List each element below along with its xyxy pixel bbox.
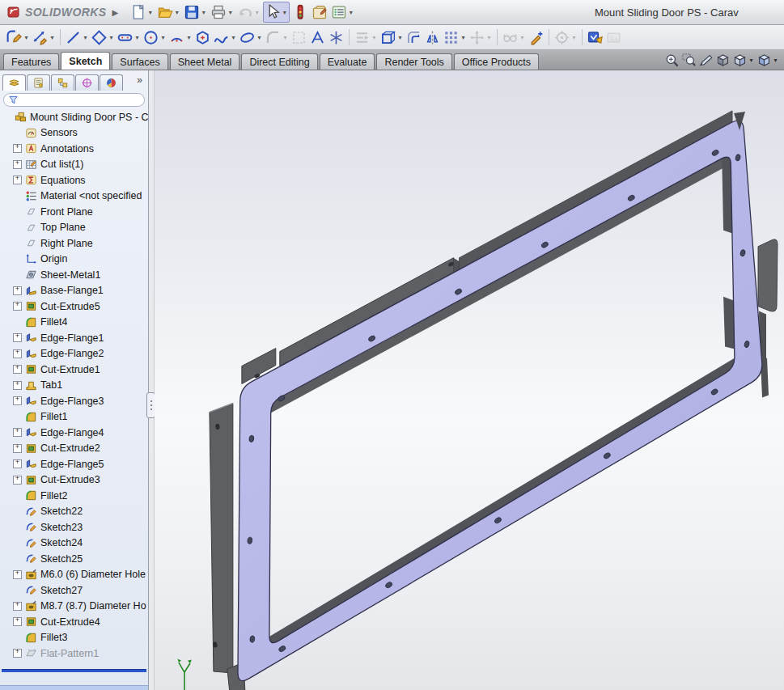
tree-item-fillet3[interactable]: Fillet3 bbox=[0, 630, 148, 646]
expand-toggle[interactable]: + bbox=[13, 365, 22, 374]
tree-item-cut-extrude1[interactable]: + Cut-Extrude1 bbox=[0, 362, 148, 378]
model-right-tab[interactable] bbox=[758, 239, 778, 311]
expand-toggle[interactable]: + bbox=[13, 160, 22, 169]
tool-polygon[interactable] bbox=[193, 28, 212, 47]
dropdown-arrow-icon[interactable]: ▾ bbox=[371, 34, 378, 41]
view-button-zoom-to-fit[interactable] bbox=[664, 53, 680, 68]
tool-quick-snaps[interactable]: ▾ bbox=[553, 28, 578, 47]
expand-toggle[interactable]: + bbox=[13, 649, 22, 658]
panel-tab-dimxpertmanager[interactable] bbox=[75, 74, 99, 91]
dropdown-arrow-icon[interactable]: ▾ bbox=[253, 9, 261, 16]
tool-centerpoint-arc[interactable]: ▾ bbox=[167, 28, 193, 47]
tool-trim-marquee[interactable] bbox=[290, 28, 308, 47]
tree-item-sensors[interactable]: Sensors bbox=[0, 125, 148, 142]
titlebar-button-print[interactable]: ▾ bbox=[210, 2, 235, 22]
panel-tab-configurationmanager[interactable] bbox=[51, 74, 74, 91]
tool-line[interactable]: ▾ bbox=[64, 28, 90, 47]
tree-item-edge-flange3[interactable]: + Edge-Flange3 bbox=[0, 393, 148, 409]
tool-move-entities[interactable]: ▾ bbox=[468, 28, 494, 47]
tree-item-front-plane[interactable]: Front Plane bbox=[0, 204, 148, 220]
dropdown-arrow-icon[interactable]: ▾ bbox=[159, 34, 167, 41]
titlebar-button-new-document[interactable]: ▾ bbox=[129, 2, 155, 22]
tool-ellipse[interactable]: ▾ bbox=[238, 28, 264, 47]
expand-toggle[interactable]: + bbox=[13, 381, 22, 390]
dropdown-arrow-icon[interactable]: ▾ bbox=[82, 34, 89, 41]
expand-toggle[interactable]: + bbox=[13, 570, 22, 579]
expand-toggle[interactable]: + bbox=[13, 286, 22, 295]
rollback-bar[interactable] bbox=[2, 669, 146, 672]
titlebar-button-open[interactable]: ▾ bbox=[156, 2, 181, 22]
dropdown-arrow-icon[interactable]: ▾ bbox=[256, 34, 263, 41]
tab-office-products[interactable]: Office Products bbox=[454, 53, 539, 70]
tree-filter-input[interactable] bbox=[21, 95, 139, 106]
tree-item-sketch24[interactable]: Sketch24 bbox=[0, 535, 148, 552]
dropdown-arrow-icon[interactable]: ▾ bbox=[396, 34, 404, 41]
dropdown-arrow-icon[interactable]: ▾ bbox=[772, 57, 779, 64]
dropdown-arrow-icon[interactable]: ▾ bbox=[49, 34, 56, 41]
titlebar-button-rebuild-stoplight[interactable] bbox=[291, 2, 309, 22]
titlebar-button-undo[interactable]: ▾ bbox=[236, 2, 261, 22]
tree-item-fillet2[interactable]: Fillet2 bbox=[0, 488, 148, 504]
tool-sketch-settings[interactable] bbox=[586, 28, 604, 47]
expand-toggle[interactable]: + bbox=[13, 302, 22, 311]
tree-item-cut-extrude5[interactable]: + Cut-Extrude5 bbox=[0, 298, 148, 315]
expand-toggle[interactable]: + bbox=[13, 396, 22, 405]
view-button-zoom-to-area[interactable] bbox=[681, 53, 697, 68]
titlebar-button-select-cursor[interactable]: ▾ bbox=[263, 2, 290, 23]
tree-item-cut-extrude4[interactable]: + Cut-Extrude4 bbox=[0, 614, 148, 630]
panel-tabs-overflow-chevron[interactable]: » bbox=[137, 74, 146, 87]
expand-toggle[interactable]: + bbox=[13, 459, 22, 468]
tree-item-sketch27[interactable]: Sketch27 bbox=[0, 582, 148, 599]
tool-mirror-entities[interactable] bbox=[423, 28, 442, 47]
expand-toggle[interactable]: + bbox=[13, 349, 22, 358]
tree-item-right-plane[interactable]: Right Plane bbox=[0, 235, 148, 252]
panel-tab-propertymanager[interactable] bbox=[27, 74, 50, 91]
tab-evaluate[interactable]: Evaluate bbox=[320, 53, 375, 70]
tree-item-material-not-specified[interactable]: Material <not specified bbox=[0, 188, 148, 205]
expand-toggle[interactable]: + bbox=[13, 476, 22, 485]
model-left-flange-panel[interactable] bbox=[210, 403, 233, 673]
expand-toggle[interactable]: + bbox=[13, 444, 22, 453]
tool-offset-entities[interactable] bbox=[405, 28, 423, 47]
tree-item-cut-extrude3[interactable]: + Cut-Extrude3 bbox=[0, 472, 148, 489]
tree-item-edge-flange5[interactable]: + Edge-Flange5 bbox=[0, 456, 148, 472]
tool-smart-dimension[interactable]: ▾ bbox=[31, 28, 57, 47]
dropdown-arrow-icon[interactable]: ▾ bbox=[146, 9, 154, 16]
dropdown-arrow-icon[interactable]: ▾ bbox=[519, 34, 526, 41]
tree-item-cut-list-1[interactable]: + Cut list(1) bbox=[0, 157, 148, 173]
tool-corner-rectangle[interactable]: ▾ bbox=[90, 28, 116, 47]
tree-item-equations[interactable]: + Equations bbox=[0, 172, 148, 188]
tab-render-tools[interactable]: Render Tools bbox=[376, 53, 451, 70]
dropdown-arrow-icon[interactable]: ▾ bbox=[460, 34, 467, 41]
expand-toggle[interactable]: + bbox=[13, 602, 22, 611]
tree-item-mount-sliding-door-ps-c[interactable]: Mount Sliding Door PS - C bbox=[0, 109, 148, 125]
view-button-display-style[interactable]: ▾ bbox=[756, 53, 779, 68]
tree-item-flat-pattern1[interactable]: + Flat-Pattern1 bbox=[0, 646, 148, 662]
tool-straight-slot[interactable]: ▾ bbox=[116, 28, 142, 47]
view-button-previous-view[interactable] bbox=[698, 53, 714, 68]
titlebar-button-task-scheduler[interactable]: ▾ bbox=[330, 2, 355, 22]
tool-sketch-picture[interactable] bbox=[604, 28, 623, 47]
tree-item-tab1[interactable]: + Tab1 bbox=[0, 378, 148, 394]
tool-sketch[interactable]: ▾ bbox=[5, 28, 31, 47]
tree-item-edge-flange2[interactable]: + Edge-Flange2 bbox=[0, 346, 148, 362]
tree-item-top-plane[interactable]: Top Plane bbox=[0, 220, 148, 236]
tree-item-m8.7-8.7-diameter-ho[interactable]: + M8.7 (8.7) Diameter Ho bbox=[0, 599, 148, 615]
dropdown-arrow-icon[interactable]: ▾ bbox=[227, 9, 234, 16]
tree-item-m6.0-6-diameter-hole[interactable]: + M6.0 (6) Diameter Hole bbox=[0, 567, 148, 583]
tab-features[interactable]: Features bbox=[3, 53, 59, 70]
dropdown-arrow-icon[interactable]: ▾ bbox=[230, 34, 237, 41]
tree-item-sheet-metal1[interactable]: Sheet-Metal1 bbox=[0, 267, 148, 283]
tree-item-sketch23[interactable]: Sketch23 bbox=[0, 519, 148, 535]
expand-toggle[interactable]: + bbox=[13, 176, 22, 184]
view-button-view-orientation[interactable]: ▾ bbox=[732, 53, 755, 68]
dropdown-arrow-icon[interactable]: ▾ bbox=[748, 57, 755, 64]
viewport-canvas[interactable] bbox=[155, 70, 784, 690]
tree-item-cut-extrude2[interactable]: + Cut-Extrude2 bbox=[0, 441, 148, 457]
tool-circle[interactable]: ▾ bbox=[142, 28, 167, 47]
tree-item-edge-flange1[interactable]: + Edge-Flange1 bbox=[0, 330, 148, 346]
tool-convert-entities[interactable]: ▾ bbox=[379, 28, 405, 47]
tree-item-fillet1[interactable]: Fillet1 bbox=[0, 409, 148, 425]
titlebar-button-file-properties[interactable] bbox=[311, 2, 328, 22]
tab-sheet-metal[interactable]: Sheet Metal bbox=[170, 53, 240, 70]
